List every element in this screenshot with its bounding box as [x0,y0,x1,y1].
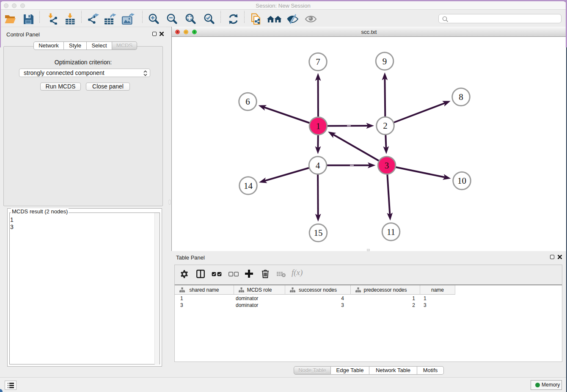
svg-text:9: 9 [383,56,387,66]
svg-text:10: 10 [457,176,466,186]
svg-text:11: 11 [387,227,395,237]
svg-text:7: 7 [316,57,320,67]
svg-text:15: 15 [314,228,323,238]
svg-text:14: 14 [244,181,253,191]
svg-text:4: 4 [316,160,320,171]
svg-text:3: 3 [385,160,389,171]
svg-text:6: 6 [245,97,250,107]
svg-text:8: 8 [459,92,463,102]
svg-text:1: 1 [316,121,321,131]
svg-text:2: 2 [383,121,388,131]
